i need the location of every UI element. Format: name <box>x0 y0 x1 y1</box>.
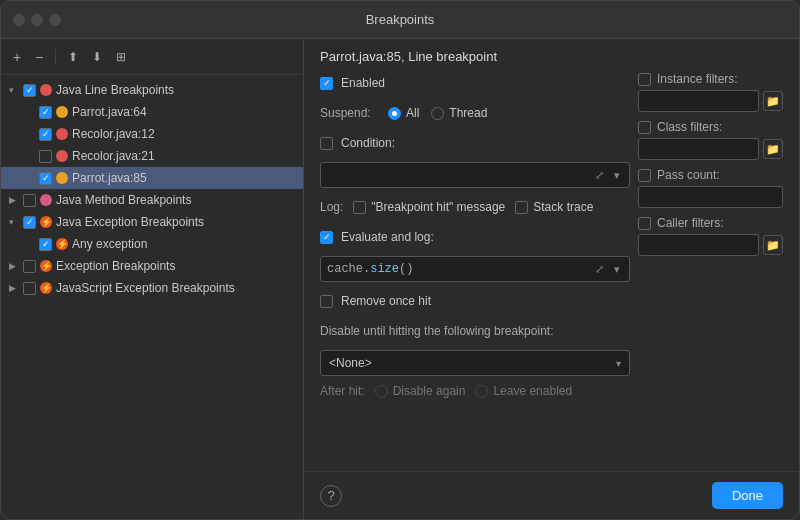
group-java-method[interactable]: ▶ Java Method Breakpoints <box>1 189 303 211</box>
label-recolor-12: Recolor.java:12 <box>72 127 295 141</box>
group-exception[interactable]: ▶ ⚡ Exception Breakpoints <box>1 255 303 277</box>
dot-java-method <box>40 194 52 206</box>
left-panel: + − ⬆ ⬇ ⊞ ▾ ✓ Java Line Breakpoints ✓ <box>1 39 304 519</box>
cb-recolor-21[interactable] <box>39 150 52 163</box>
dropdown-condition-btn[interactable]: ▾ <box>611 168 623 183</box>
class-filters-label: Class filters: <box>657 120 722 134</box>
export-button[interactable]: ⬆ <box>64 49 82 65</box>
bp-recolor-12[interactable]: ✓ Recolor.java:12 <box>1 123 303 145</box>
import-button[interactable]: ⬇ <box>88 49 106 65</box>
remove-button[interactable]: − <box>31 48 47 66</box>
expand-eval-btn[interactable]: ⤢ <box>592 262 607 277</box>
cb-java-method[interactable] <box>23 194 36 207</box>
filter-button[interactable]: ⊞ <box>112 49 130 65</box>
group-java-line[interactable]: ▾ ✓ Java Line Breakpoints <box>1 79 303 101</box>
breakpoint-title: Parrot.java:85, Line breakpoint <box>320 49 783 64</box>
instance-filters-browse-btn[interactable]: 📁 <box>763 91 783 111</box>
caller-filters-browse-btn[interactable]: 📁 <box>763 235 783 255</box>
maximize-button[interactable] <box>49 14 61 26</box>
cb-parrot-85[interactable]: ✓ <box>39 172 52 185</box>
eval-log-checkbox[interactable]: ✓ <box>320 231 333 244</box>
radio-leave-enabled-btn[interactable] <box>475 385 488 398</box>
bp-any-exception[interactable]: ✓ ⚡ Any exception <box>1 233 303 255</box>
pass-count-row: Pass count: <box>638 168 783 182</box>
radio-all[interactable]: All <box>388 106 419 120</box>
expand-arrow-java-exception: ▾ <box>9 217 19 227</box>
cb-recolor-12[interactable]: ✓ <box>39 128 52 141</box>
class-filters-input[interactable] <box>638 138 759 160</box>
class-filters-row: Class filters: <box>638 120 783 134</box>
right-side: Parrot.java:85, Line breakpoint ✓ Enable… <box>304 39 799 519</box>
caller-filters-checkbox[interactable] <box>638 217 651 230</box>
condition-field-row: ⤢ ▾ <box>320 162 630 188</box>
instance-filters-section: Instance filters: 📁 <box>638 72 783 112</box>
title-bar: Breakpoints <box>1 1 799 39</box>
instance-filters-label: Instance filters: <box>657 72 738 86</box>
close-button[interactable] <box>13 14 25 26</box>
add-button[interactable]: + <box>9 48 25 66</box>
cb-java-exception[interactable]: ✓ <box>23 216 36 229</box>
after-hit-row: After hit: Disable again Leave enabled <box>320 384 630 398</box>
radio-disable-again[interactable]: Disable again <box>375 384 466 398</box>
remove-once-hit-checkbox[interactable] <box>320 295 333 308</box>
bp-recolor-21[interactable]: Recolor.java:21 <box>1 145 303 167</box>
log-label: Log: <box>320 200 343 214</box>
enabled-checkbox[interactable]: ✓ <box>320 77 333 90</box>
radio-disable-again-label: Disable again <box>393 384 466 398</box>
pass-count-input-row <box>638 186 783 208</box>
label-any-exception: Any exception <box>72 237 295 251</box>
suspend-label: Suspend: <box>320 106 380 120</box>
dropdown-eval-btn[interactable]: ▾ <box>611 262 623 277</box>
expand-condition-btn[interactable]: ⤢ <box>592 168 607 183</box>
checkbox-java-line[interactable]: ✓ <box>23 84 36 97</box>
footer: ? Done <box>304 471 799 519</box>
radio-disable-again-btn[interactable] <box>375 385 388 398</box>
label-java-method: Java Method Breakpoints <box>56 193 295 207</box>
label-exception: Exception Breakpoints <box>56 259 295 273</box>
bp-parrot-85[interactable]: ✓ Parrot.java:85 <box>1 167 303 189</box>
pass-count-section: Pass count: <box>638 168 783 208</box>
caller-filters-input[interactable] <box>638 234 759 256</box>
caller-filters-label: Caller filters: <box>657 216 724 230</box>
stack-trace-checkbox[interactable] <box>515 201 528 214</box>
cb-js-exception[interactable] <box>23 282 36 295</box>
instance-filters-checkbox[interactable] <box>638 73 651 86</box>
eval-code: cache.size() <box>327 262 588 276</box>
radio-all-btn[interactable] <box>388 107 401 120</box>
condition-input[interactable] <box>327 168 588 182</box>
none-dropdown[interactable]: <None> ▾ <box>320 350 630 376</box>
radio-leave-enabled[interactable]: Leave enabled <box>475 384 572 398</box>
instance-filters-input[interactable] <box>638 90 759 112</box>
cb-exception[interactable] <box>23 260 36 273</box>
log-message-option: "Breakpoint hit" message <box>353 200 505 214</box>
label-java-line: Java Line Breakpoints <box>56 83 295 97</box>
cb-any-exception[interactable]: ✓ <box>39 238 52 251</box>
dot-recolor-21 <box>56 150 68 162</box>
group-java-exception[interactable]: ▾ ✓ ⚡ Java Exception Breakpoints <box>1 211 303 233</box>
bp-parrot-64[interactable]: ✓ Parrot.java:64 <box>1 101 303 123</box>
pass-count-input[interactable] <box>638 186 783 208</box>
cb-parrot-64[interactable]: ✓ <box>39 106 52 119</box>
done-button[interactable]: Done <box>712 482 783 509</box>
log-message-checkbox[interactable] <box>353 201 366 214</box>
class-filters-browse-btn[interactable]: 📁 <box>763 139 783 159</box>
remove-once-hit-label: Remove once hit <box>341 294 431 308</box>
radio-thread[interactable]: Thread <box>431 106 487 120</box>
help-button[interactable]: ? <box>320 485 342 507</box>
condition-checkbox[interactable] <box>320 137 333 150</box>
class-filters-checkbox[interactable] <box>638 121 651 134</box>
eval-log-row: ✓ Evaluate and log: <box>320 226 630 248</box>
toolbar-separator <box>55 49 56 65</box>
disable-until-label: Disable until hitting the following brea… <box>320 324 553 338</box>
radio-all-label: All <box>406 106 419 120</box>
group-js-exception[interactable]: ▶ ⚡ JavaScript Exception Breakpoints <box>1 277 303 299</box>
dropdown-arrow-icon: ▾ <box>616 358 621 369</box>
radio-thread-btn[interactable] <box>431 107 444 120</box>
none-option-label: <None> <box>329 356 616 370</box>
window-title: Breakpoints <box>366 12 435 27</box>
minimize-button[interactable] <box>31 14 43 26</box>
expand-arrow-js-exception: ▶ <box>9 283 19 293</box>
remove-once-hit-row: Remove once hit <box>320 290 630 312</box>
pass-count-checkbox[interactable] <box>638 169 651 182</box>
condition-row: Condition: <box>320 132 630 154</box>
